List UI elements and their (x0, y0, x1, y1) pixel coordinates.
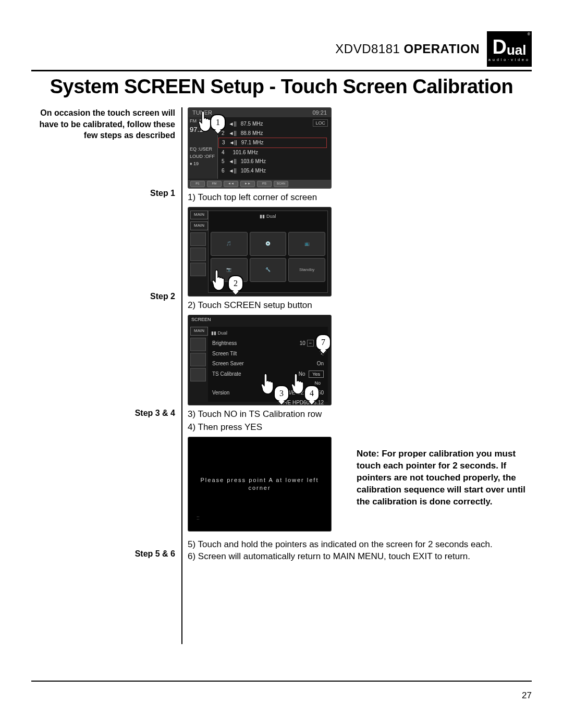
model-number: XDVD8181 (335, 42, 400, 56)
clock: 09:21 (312, 109, 327, 117)
callout-bubble: 7 (315, 334, 331, 351)
intro-text: On occasion the touch screen will have t… (31, 107, 175, 141)
bot-btn: PS (257, 181, 272, 187)
menu-tile: 🎵 (211, 232, 248, 256)
logo-d: D (492, 37, 506, 57)
preset-list: 1◄||87.5 MHz 2◄||88.8 MHz 3◄||97.1 MHz 4… (218, 119, 327, 177)
bot-btn: SCAN (274, 181, 288, 187)
preset-freq: 88.8 MHz (241, 130, 263, 137)
calibration-dot: :: (197, 514, 200, 522)
step2-text: 2) Touch SCREEN setup button (188, 300, 563, 312)
bot-btn: ►► (240, 181, 255, 187)
pointer-hand-icon (211, 269, 227, 292)
preset-freq: 103.6 MHz (241, 158, 266, 165)
row-value: 10 (300, 340, 305, 346)
row-value: On (317, 360, 324, 367)
left-column: On occasion the touch screen will have t… (31, 107, 175, 147)
menu-tile: 🔧 (250, 258, 287, 282)
preset-row: 1◄||87.5 MHz (218, 119, 327, 129)
menu-tile: 📺 (288, 232, 325, 256)
preset-num: 4 (222, 149, 225, 156)
step2-label: Step 2 (31, 291, 175, 302)
menu-tile: 💿 (250, 232, 287, 256)
step1-text: 1) Touch top left corner of screen (188, 192, 563, 204)
preset-row: 6◄||105.4 MHz (218, 166, 327, 176)
settings-row: Brightness 10 − + (211, 338, 325, 349)
preset-num: 3 (222, 139, 225, 146)
footer-rule (31, 681, 532, 682)
bubble-num: 4 (310, 388, 314, 399)
bot-btn: P1 (190, 181, 205, 187)
screenshot-screensetup: SCREEN MAIN ▮▮ Dual Brightness 10 − + Sc… (188, 315, 332, 405)
dual-mini-logo: ▮▮ Dual (211, 213, 325, 219)
screenshot-tuner: TUNER 09:21 FM ST 97.1 EQ :USER LOUD :OF… (188, 107, 332, 189)
shot1-bottombar: P1 FM ◄◄ ►► PS SCAN (188, 180, 331, 188)
logo-subtext: audio·video (488, 58, 530, 61)
row-label: Screen Saver (212, 360, 244, 367)
content-area: On occasion the touch screen will have t… (31, 107, 532, 660)
step34-label: Step 3 & 4 (31, 408, 175, 419)
vertical-divider (181, 107, 182, 644)
bubble-num: 7 (321, 337, 325, 348)
row-label: Version (212, 389, 229, 397)
logo-wordmark: D ual (492, 37, 526, 57)
preset-row: 2◄||88.8 MHz (218, 129, 327, 138)
header-rule (31, 70, 532, 71)
callout-bubble: 2 (228, 275, 243, 292)
page-header: XDVD8181 OPERATION ® D ual audio·video (31, 31, 532, 67)
step56-label: Step 5 & 6 (31, 548, 175, 560)
main-chip: MAIN (190, 221, 208, 230)
side-icon (190, 338, 206, 351)
preset-freq: 97.1 MHz (241, 139, 264, 146)
row-label: Screen Tilt (212, 350, 237, 357)
page-number: 27 (522, 690, 532, 701)
preset-num: 6 (222, 167, 225, 175)
manual-page: XDVD8181 OPERATION ® D ual audio·video S… (0, 0, 563, 728)
preset-freq: 101.6 MHz (233, 149, 258, 156)
header-text: XDVD8181 OPERATION (335, 42, 480, 56)
preset-num: 5 (222, 158, 225, 165)
side-icon (190, 232, 206, 246)
step1-label: Step 1 (31, 188, 175, 199)
screenshot-calibration: Please press point A at lower left corne… (188, 437, 332, 532)
registered-icon: ® (528, 32, 530, 36)
preset-row: 4101.6 MHz (218, 148, 327, 157)
bot-btn: FM (207, 181, 222, 187)
step4-text: 4) Then press YES (188, 422, 563, 434)
shot3-sidebar: MAIN (190, 327, 208, 383)
step5-text: 5) Touch and hold the pointers as indica… (188, 539, 563, 551)
vol-label: ♦ 19 (188, 160, 217, 167)
bot-btn: ◄◄ (224, 181, 238, 187)
preset-num: 2 (222, 130, 225, 137)
shot2-mainbuttons: MAIN MAIN (190, 211, 208, 278)
preset-row: 5◄||103.6 MHz (218, 157, 327, 166)
side-icon (190, 248, 206, 261)
settings-row: Screen SaverOn (211, 359, 325, 369)
calibration-note: Note: For proper calibration you must to… (357, 448, 537, 508)
bubble-num: 3 (279, 388, 284, 399)
side-icon (190, 353, 206, 366)
logo-ual: ual (507, 43, 527, 57)
yes-button: Yes (309, 371, 324, 378)
menu-grid: 🎵 💿 📺 📷 🔧 Standby (211, 232, 325, 282)
row-label: Brightness (212, 340, 237, 347)
page-title: System SCREEN Setup - Touch Screen Calib… (31, 76, 532, 98)
bubble-num: 1 (216, 117, 220, 128)
preset-row-selected: 3◄||97.1 MHz (218, 138, 327, 148)
preset-freq: 105.4 MHz (241, 167, 266, 175)
settings-row: Screen Tilt4 (211, 349, 325, 359)
screen-tab: SCREEN (188, 315, 331, 324)
step3-text: 3) Touch NO in TS Calibration row (188, 409, 563, 421)
main-chip: MAIN (190, 327, 208, 336)
loud-label: LOUD :OFF (188, 153, 217, 160)
menu-tile-standby: Standby (288, 258, 325, 282)
callout-bubble: 1 (210, 114, 226, 131)
main-chip: MAIN (190, 211, 208, 219)
eq-label: EQ :USER (188, 145, 217, 153)
dual-logo: ® D ual audio·video (487, 31, 532, 67)
section-name: OPERATION (404, 42, 480, 56)
row-value: F/E HPD60.06.12 (283, 399, 324, 405)
callout-bubble: 4 (304, 385, 320, 402)
screenshot-mainmenu: MAIN MAIN ▮▮ Dual 🎵 💿 📺 📷 🔧 Standby (188, 207, 332, 297)
side-icon (190, 263, 206, 276)
